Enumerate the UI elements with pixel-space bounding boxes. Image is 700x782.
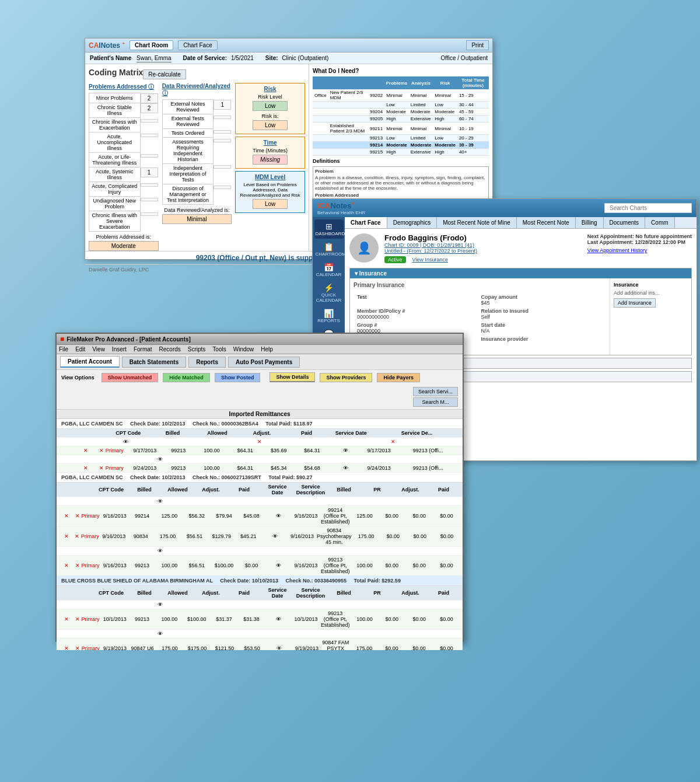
tab-most-recent-note-mine[interactable]: Most Recent Note of Mine bbox=[437, 217, 517, 228]
list-item: 👁 ✕ ✕ bbox=[57, 438, 463, 446]
chart-id: Chart ID: 0009 | DOB: 01/28/1981 (41) bbox=[384, 242, 477, 248]
problems-result-label: Problems Addressed is: Moderate bbox=[89, 234, 159, 251]
menu-view[interactable]: View bbox=[92, 346, 105, 352]
primary-insurance-label: Primary Insurance bbox=[354, 282, 606, 288]
search-area: Search Servi... Search M... bbox=[413, 387, 458, 407]
filemaker-icon: ■ bbox=[60, 335, 64, 343]
remit-column-headers: CPT Code Billed Allowed Adjust. Paid Ser… bbox=[57, 429, 463, 438]
ehr-logo: ICANotes+ Behavioral Health EHR bbox=[317, 201, 365, 215]
tab-chart-face[interactable]: Chart Face bbox=[345, 217, 387, 228]
table-row: 99205HighExtensiveHigh60 - 74 bbox=[313, 116, 489, 123]
menu-format[interactable]: Format bbox=[134, 346, 152, 352]
menu-tools[interactable]: Tools bbox=[212, 346, 226, 352]
show-details-btn[interactable]: Show Details bbox=[270, 372, 315, 382]
definition-problem: Problem A problem is a disease, conditio… bbox=[313, 166, 489, 201]
problems-label: Problems Addressed ⓘ bbox=[89, 83, 159, 91]
chart-date-range: Untitled - (From: 12/27/2022 to Present) bbox=[384, 248, 477, 254]
table-row: OfficeNew Patient 2/3 MDM99202MinimalMin… bbox=[313, 89, 489, 102]
sidebar-item-dashboard[interactable]: ⊞ DASHBOARD bbox=[314, 219, 344, 239]
chart-link[interactable]: Chart ID: 0009 | DOB: 01/28/1981 (41) bbox=[384, 242, 474, 248]
patient-full-name: Frodo Baggins (Frodo) bbox=[384, 233, 477, 242]
menu-file[interactable]: File bbox=[59, 346, 68, 352]
list-item: ✕ ✕ Primary 10/1/2013 99213 100.00 $100.… bbox=[57, 609, 463, 630]
fm-toolbar: Patient Account Batch Statements Reports… bbox=[57, 354, 463, 370]
reports-button[interactable]: Reports bbox=[188, 357, 226, 368]
menu-insert[interactable]: Insert bbox=[112, 346, 127, 352]
patient-account-button[interactable]: Patient Account bbox=[60, 356, 120, 368]
insurance-section-header[interactable]: ▾ Insurance bbox=[350, 268, 691, 278]
auto-post-payments-button[interactable]: Auto Post Payments bbox=[228, 357, 300, 368]
print-button[interactable]: Print bbox=[466, 40, 489, 50]
ehr-tabs: Chart Face Demographics Most Recent Note… bbox=[345, 217, 696, 229]
insurance-sidebar: Insurance Add additional ins... Add Insu… bbox=[610, 278, 691, 355]
fm-menu: File Edit View Insert Format Records Scr… bbox=[57, 345, 463, 354]
list-item: 👁 bbox=[57, 455, 463, 464]
appointment-info: Next Appointment: No future appointment … bbox=[587, 233, 692, 253]
fm-titlebar: ■ FileMaker Pro Advanced - [Patient Acco… bbox=[57, 334, 463, 345]
calendar-icon: 📅 bbox=[316, 263, 342, 272]
show-posted-btn[interactable]: Show Posted bbox=[215, 373, 261, 382]
add-additional-ins: Add additional ins... bbox=[614, 290, 688, 296]
table-row: LowLimitedLow30 - 44 bbox=[313, 102, 489, 109]
patient-header: Patient's Name Swan, Emma Date of Servic… bbox=[85, 53, 492, 64]
relation-field: Relation to Insured Self bbox=[481, 308, 603, 320]
patient-avatar: 👤 bbox=[349, 233, 379, 263]
quick-calendar-icon: ⚡ bbox=[316, 283, 342, 292]
tab-chart-face[interactable]: Chart Face bbox=[178, 40, 217, 50]
list-item: 👁 bbox=[57, 630, 463, 638]
add-insurance-button[interactable]: Add Insurance bbox=[614, 298, 656, 308]
list-item: ✕ ✕ Primary 9/16/2013 99213 100.00 $56.5… bbox=[57, 556, 463, 576]
sidebar-item-reports[interactable]: 📊 REPORTS bbox=[314, 306, 344, 326]
list-item: 👁 bbox=[57, 497, 463, 506]
chart-search-input[interactable] bbox=[604, 203, 692, 213]
data-table: External Notes Reviewed1 External Tests … bbox=[162, 99, 232, 205]
tab-comm[interactable]: Comm bbox=[645, 217, 674, 228]
menu-help[interactable]: Help bbox=[261, 346, 273, 352]
menu-edit[interactable]: Edit bbox=[75, 346, 85, 352]
view-appt-history-link[interactable]: View Appointment History bbox=[587, 247, 647, 253]
problems-column: Problems Addressed ⓘ Minor Problems2 Chr… bbox=[89, 83, 159, 251]
view-options-area: View Options Show Unmatched Hide Matched… bbox=[57, 370, 463, 410]
coding-grid: Problems Addressed ⓘ Minor Problems2 Chr… bbox=[89, 83, 305, 251]
what-need-label: What Do I Need? bbox=[313, 68, 489, 74]
ins-provider-field: Insurance provider bbox=[481, 336, 603, 348]
view-insurance-link[interactable]: View Insurance bbox=[412, 257, 448, 263]
menu-records[interactable]: Records bbox=[159, 346, 181, 352]
tab-demographics[interactable]: Demographics bbox=[387, 217, 437, 228]
show-unmatched-btn[interactable]: Show Unmatched bbox=[102, 373, 159, 382]
patient-info: Frodo Baggins (Frodo) Chart ID: 0009 | D… bbox=[384, 233, 477, 263]
date-range-link[interactable]: Untitled - (From: 12/27/2022 to Present) bbox=[384, 248, 477, 254]
data-reviewed-result: Minimal bbox=[162, 214, 232, 224]
status-area: Active View Insurance bbox=[384, 256, 477, 263]
office-type: Office / Outpatient bbox=[441, 55, 488, 61]
start-date-field: Start date N/A bbox=[481, 322, 603, 334]
remit-column-headers-2: CPT Code Billed Allowed Adjust. Paid Ser… bbox=[57, 483, 463, 497]
sidebar-item-chartroom[interactable]: 📋 CHARTROOM bbox=[314, 240, 344, 259]
hide-matched-btn[interactable]: Hide Matched bbox=[163, 373, 210, 382]
tab-chart-room[interactable]: Chart Room bbox=[130, 40, 173, 50]
ins-name-field: Test bbox=[357, 294, 479, 306]
search-service-btn[interactable]: Search Servi... bbox=[413, 387, 458, 396]
tab-most-recent-note[interactable]: Most Recent Note bbox=[517, 217, 576, 228]
dos-field: Date of Service: 1/5/2021 bbox=[183, 55, 254, 61]
site-field: Site: Clinic (Outpatient) bbox=[265, 55, 328, 61]
menu-window[interactable]: Window bbox=[233, 346, 254, 352]
hide-payers-btn[interactable]: Hide Payers bbox=[377, 373, 420, 382]
batch-statements-button[interactable]: Batch Statements bbox=[122, 357, 186, 368]
mdm-result: Low bbox=[253, 199, 288, 209]
list-item: ✕ ✕ Primary 9/17/2013 99213 100.00 $64.3… bbox=[57, 446, 463, 455]
chartroom-icon: 📋 bbox=[316, 242, 342, 252]
menu-scripts[interactable]: Scripts bbox=[188, 346, 206, 352]
sidebar-item-quick-calendar[interactable]: ⚡ QUICK CALENDAR bbox=[314, 281, 344, 305]
last-appt: Last Appointment: 12/28/2022 12:00 PM bbox=[587, 239, 692, 245]
risk-level-value: Low bbox=[253, 101, 288, 111]
show-providers-btn[interactable]: Show Providers bbox=[320, 373, 372, 382]
status-badge: Active bbox=[384, 256, 406, 263]
recalculate-button[interactable]: Re-calculate bbox=[143, 69, 186, 79]
sidebar-item-calendar[interactable]: 📅 CALENDAR bbox=[314, 260, 344, 280]
tab-billing[interactable]: Billing bbox=[576, 217, 604, 228]
tab-documents[interactable]: Documents bbox=[604, 217, 646, 228]
data-reviewed-result-label: Data Reviewed/Analyzed is: Minimal bbox=[162, 207, 232, 224]
search-m-btn[interactable]: Search M... bbox=[413, 397, 458, 407]
risk-column: Risk Risk Level Low Risk is: Low Time Ti… bbox=[235, 83, 305, 251]
